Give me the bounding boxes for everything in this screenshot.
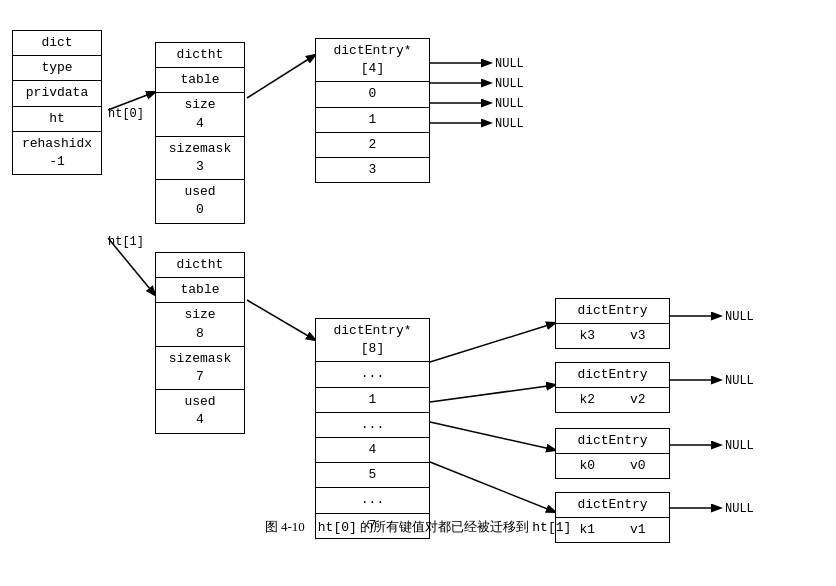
ht0-dictht-box: dictht table size 4 sizemask 3 used 0 <box>155 42 245 224</box>
ht1-array-header: dictEntry*[8] <box>316 319 429 362</box>
null-e1: NULL <box>725 374 754 388</box>
dict-cell-rehashidx: rehashidx -1 <box>13 132 101 174</box>
ht0-dictht-label: dictht <box>156 43 244 68</box>
null-e0: NULL <box>725 310 754 324</box>
svg-line-1 <box>108 238 155 295</box>
null-0: NULL <box>495 57 524 71</box>
svg-line-9 <box>430 385 555 402</box>
entry-k3v3-kv: k3 v3 <box>556 324 669 348</box>
entry-k2v2-v: v2 <box>630 391 646 409</box>
ht0-array-row0: 0 <box>316 82 429 107</box>
ht1-used-cell: used 4 <box>156 390 244 432</box>
ht1-array-row2: ... <box>316 413 429 438</box>
caption: 图 4-10 ht[0] 的所有键值对都已经被迁移到 ht[1] <box>0 512 836 540</box>
caption-ht1: ht[1] <box>532 520 571 535</box>
dict-cell-ht: ht <box>13 107 101 132</box>
ht1-array-row0: ... <box>316 362 429 387</box>
entry-k0v0-k: k0 <box>579 457 595 475</box>
entry-k3v3-label: dictEntry <box>556 299 669 324</box>
ht1-array-row4: 5 <box>316 463 429 488</box>
ht0-array-row3: 3 <box>316 158 429 182</box>
ht1-array-row1: 1 <box>316 388 429 413</box>
svg-line-7 <box>247 300 315 340</box>
ht0-table-cell: table <box>156 68 244 93</box>
null-3: NULL <box>495 117 524 131</box>
entry-k2v2-label: dictEntry <box>556 363 669 388</box>
entry-k0v0-v: v0 <box>630 457 646 475</box>
diagram: ht[0] ht[1] NULL NULL NULL NULL NULL <box>0 0 836 540</box>
dict-box: dict type privdata ht rehashidx -1 <box>12 30 102 175</box>
ht1-table-cell: table <box>156 278 244 303</box>
ht1-dictht-label: dictht <box>156 253 244 278</box>
ht1-sizemask-cell: sizemask 7 <box>156 347 244 390</box>
entry-k3v3-v: v3 <box>630 327 646 345</box>
ht0-size-cell: size 4 <box>156 93 244 136</box>
ht0-label: ht[0] <box>108 107 144 121</box>
null-1: NULL <box>495 77 524 91</box>
entry-k3v3-k: k3 <box>579 327 595 345</box>
svg-line-0 <box>108 92 155 110</box>
entry-k0v0-label: dictEntry <box>556 429 669 454</box>
ht0-array-box: dictEntry*[4] 0 1 2 3 <box>315 38 430 183</box>
entry-k2v2-k: k2 <box>579 391 595 409</box>
ht1-array-box: dictEntry*[8] ... 1 ... 4 5 ... 7 <box>315 318 430 539</box>
svg-line-8 <box>430 323 555 362</box>
null-2: NULL <box>495 97 524 111</box>
ht0-array-row1: 1 <box>316 108 429 133</box>
entry-k3v3-box: dictEntry k3 v3 <box>555 298 670 349</box>
ht1-array-row5: ... <box>316 488 429 513</box>
ht0-array-header: dictEntry*[4] <box>316 39 429 82</box>
svg-line-10 <box>430 422 555 450</box>
caption-ht0: ht[0] <box>318 520 357 535</box>
ht1-size-cell: size 8 <box>156 303 244 346</box>
entry-k0v0-box: dictEntry k0 v0 <box>555 428 670 479</box>
null-e2: NULL <box>725 439 754 453</box>
dict-cell-dict: dict <box>13 31 101 56</box>
entry-k2v2-kv: k2 v2 <box>556 388 669 412</box>
svg-line-11 <box>430 462 555 512</box>
ht0-array-row2: 2 <box>316 133 429 158</box>
dict-cell-type: type <box>13 56 101 81</box>
caption-figure: 图 4-10 <box>265 519 305 534</box>
svg-line-2 <box>247 55 315 98</box>
ht1-label: ht[1] <box>108 235 144 249</box>
ht1-array-row3: 4 <box>316 438 429 463</box>
caption-middle: 的所有键值对都已经被迁移到 <box>360 519 532 534</box>
dict-cell-privdata: privdata <box>13 81 101 106</box>
ht1-dictht-box: dictht table size 8 sizemask 7 used 4 <box>155 252 245 434</box>
entry-k2v2-box: dictEntry k2 v2 <box>555 362 670 413</box>
entry-k0v0-kv: k0 v0 <box>556 454 669 478</box>
ht0-used-cell: used 0 <box>156 180 244 222</box>
ht0-sizemask-cell: sizemask 3 <box>156 137 244 180</box>
